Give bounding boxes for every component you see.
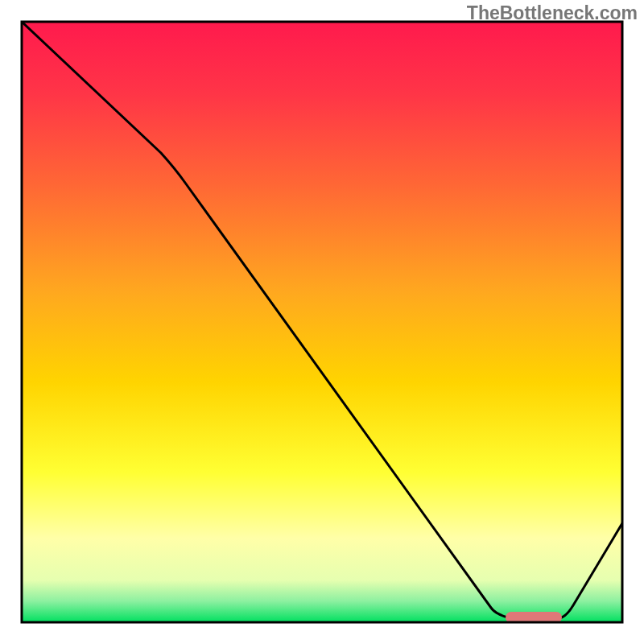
- gradient-background: [22, 22, 622, 622]
- watermark-label: TheBottleneck.com: [467, 2, 638, 24]
- chart-svg: [0, 0, 644, 644]
- bottleneck-chart: TheBottleneck.com: [0, 0, 644, 644]
